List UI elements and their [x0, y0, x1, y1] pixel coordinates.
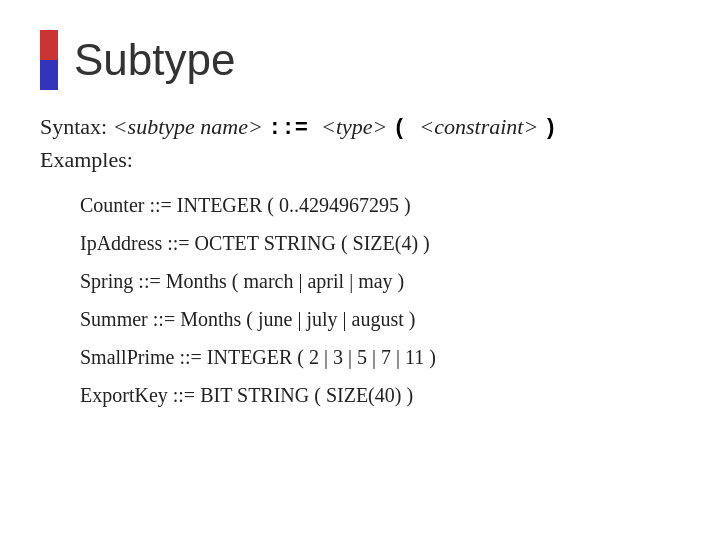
syntax-assign: ::= — [268, 116, 321, 141]
syntax-subtype-name: <subtype name> — [113, 114, 263, 139]
examples-list: Counter ::= INTEGER ( 0..4294967295 ) Ip… — [40, 191, 680, 409]
accent-bottom — [40, 60, 58, 90]
example-spring: Spring ::= Months ( march | april | may … — [80, 267, 680, 295]
example-ipaddress: IpAddress ::= OCTET STRING ( SIZE(4) ) — [80, 229, 680, 257]
accent-top — [40, 30, 58, 60]
syntax-line: Syntax: <subtype name> ::= <type> ( <con… — [40, 114, 680, 141]
page-title: Subtype — [74, 35, 235, 85]
title-bar: Subtype — [40, 30, 680, 90]
example-exportkey-text: ExportKey ::= BIT STRING ( SIZE(40) ) — [80, 384, 413, 406]
examples-heading: Examples: — [40, 147, 680, 173]
syntax-constraint: <constraint> — [419, 114, 538, 139]
title-accent — [40, 30, 58, 90]
syntax-open-paren: ( — [393, 116, 419, 141]
example-smallprime-text: SmallPrime ::= INTEGER ( 2 | 3 | 5 | 7 |… — [80, 346, 436, 368]
example-counter-text: Counter ::= INTEGER ( 0..4294967295 ) — [80, 194, 411, 216]
example-exportkey: ExportKey ::= BIT STRING ( SIZE(40) ) — [80, 381, 680, 409]
example-smallprime: SmallPrime ::= INTEGER ( 2 | 3 | 5 | 7 |… — [80, 343, 680, 371]
syntax-label: Syntax: — [40, 114, 107, 139]
syntax-close-paren: ) — [544, 116, 557, 141]
example-counter: Counter ::= INTEGER ( 0..4294967295 ) — [80, 191, 680, 219]
example-summer-text: Summer ::= Months ( june | july | august… — [80, 308, 415, 330]
slide: Subtype Syntax: <subtype name> ::= <type… — [0, 0, 720, 540]
syntax-type: <type> — [321, 114, 387, 139]
example-spring-text: Spring ::= Months ( march | april | may … — [80, 270, 404, 292]
example-summer: Summer ::= Months ( june | july | august… — [80, 305, 680, 333]
example-ipaddress-text: IpAddress ::= OCTET STRING ( SIZE(4) ) — [80, 232, 430, 254]
